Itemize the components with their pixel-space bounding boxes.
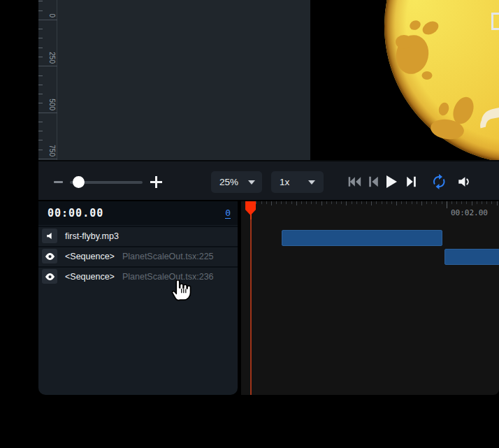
- preview-canvas-background: [57, 0, 310, 160]
- timeline-clip[interactable]: [282, 230, 442, 246]
- timeline-tick: [451, 201, 452, 204]
- track-row[interactable]: <Sequence>PlanetScaleOut.tsx:236: [38, 266, 238, 285]
- ruler-major-tick: [38, 66, 57, 66]
- play-icon: [385, 175, 398, 189]
- timeline-tick: [396, 201, 397, 205]
- next-frame-icon: [406, 175, 417, 188]
- ruler-minor-tick: [38, 10, 43, 11]
- playback-rate-value: 1x: [280, 177, 289, 187]
- ruler-minor-tick: [38, 150, 43, 150]
- composition-viewport: [310, 0, 499, 160]
- playback-rate-select[interactable]: 1x: [271, 171, 324, 193]
- track-row[interactable]: first-flyby.mp3: [38, 226, 238, 245]
- timeline-tick: [341, 201, 342, 204]
- in-out-marker-icon[interactable]: [491, 13, 499, 30]
- play-button[interactable]: [384, 174, 399, 189]
- timeline-tick: [296, 201, 297, 205]
- previous-frame-button[interactable]: [366, 174, 381, 189]
- chevron-down-icon: [248, 180, 255, 185]
- jump-to-start-button[interactable]: [347, 174, 362, 189]
- ruler-minor-tick: [38, 48, 43, 48]
- timeline-tick: [436, 201, 437, 204]
- zoom-slider-thumb[interactable]: [73, 176, 85, 188]
- timeline-tick: [486, 201, 487, 204]
- timeline-tick: [412, 201, 412, 204]
- timeline-tick: [281, 201, 282, 204]
- ruler-minor-tick: [38, 29, 43, 29]
- eye-icon[interactable]: [42, 249, 57, 263]
- speaker-icon[interactable]: [42, 229, 57, 243]
- volume-button[interactable]: [455, 174, 473, 189]
- timeline-tick: [336, 201, 337, 204]
- timeline-tick: [306, 201, 307, 204]
- ruler-minor-tick: [38, 103, 43, 103]
- planet-artwork: [310, 0, 499, 160]
- timeline-header: 00:00.00 0: [38, 201, 238, 225]
- timeline-tick: [331, 201, 332, 204]
- timeline-tick: [291, 201, 292, 204]
- timeline-tick: [497, 201, 498, 205]
- timeline-second-tick: [447, 201, 447, 208]
- timeline-tick: [406, 201, 407, 204]
- timecode-display: 00:00.00: [48, 207, 103, 219]
- timeline-tick: [256, 201, 256, 204]
- playhead-line: [250, 201, 252, 395]
- timeline-tick: [421, 201, 422, 205]
- chevron-down-icon: [308, 180, 315, 185]
- timeline-tick: [426, 201, 427, 204]
- timeline-tick: [326, 201, 327, 204]
- loop-icon: [431, 173, 447, 190]
- ruler-label: 250: [48, 52, 55, 64]
- ruler-minor-tick: [38, 1, 43, 1]
- ruler-minor-tick: [38, 38, 43, 38]
- timeline-tick: [456, 201, 457, 204]
- timeline-tick: [321, 201, 322, 205]
- ruler-label: 750: [48, 145, 55, 157]
- track-source-ref: PlanetScaleOut.tsx:225: [122, 252, 214, 261]
- timeline-tick: [477, 201, 477, 204]
- timeline-tick: [442, 201, 442, 204]
- skip-to-start-icon: [347, 175, 361, 188]
- ruler-minor-tick: [38, 85, 43, 85]
- eye-icon[interactable]: [42, 269, 57, 284]
- loop-toggle-button[interactable]: [430, 174, 448, 189]
- canvas-zoom-select[interactable]: 25%: [211, 171, 262, 193]
- timeline-clip-area: 00:02.00: [241, 201, 499, 395]
- timeline-tick: [401, 201, 402, 204]
- timeline-tick: [266, 201, 267, 204]
- timeline-tick: [346, 201, 347, 205]
- zoom-out-button[interactable]: [54, 181, 63, 183]
- timeline-tick: [491, 201, 492, 204]
- timeline-tick: [261, 201, 262, 204]
- timeline-tick: [482, 201, 482, 204]
- timeline-tick: [472, 201, 472, 205]
- volume-icon: [456, 174, 472, 189]
- ruler-time-label: 00:02.00: [451, 208, 488, 217]
- timeline-tick: [311, 201, 312, 204]
- canvas-zoom-value: 25%: [219, 177, 238, 187]
- ruler-label: 0: [48, 13, 55, 17]
- timeline-tick: [417, 201, 417, 204]
- track-row[interactable]: <Sequence>PlanetScaleOut.tsx:225: [38, 246, 238, 265]
- track-label: <Sequence>: [65, 252, 115, 261]
- frame-counter-link[interactable]: 0: [225, 208, 231, 219]
- timeline-tick: [361, 201, 362, 204]
- ruler-minor-tick: [38, 131, 43, 131]
- track-source-ref: PlanetScaleOut.tsx:236: [122, 272, 214, 282]
- track-label: <Sequence>: [65, 272, 115, 282]
- timeline-tick: [276, 201, 277, 204]
- timeline-clip[interactable]: [444, 249, 499, 265]
- app-region: 0250500750: [38, 0, 499, 395]
- timeline-tick: [352, 201, 352, 204]
- timeline-tick: [382, 201, 382, 204]
- ruler-minor-tick: [38, 57, 43, 57]
- ruler-major-tick: [38, 113, 57, 113]
- timeline-tick: [316, 201, 317, 204]
- zoom-in-button[interactable]: [150, 176, 162, 188]
- timeline-tick: [301, 201, 302, 204]
- ruler-major-tick: [38, 159, 57, 159]
- ruler-label: 500: [48, 99, 55, 110]
- timeline-tick: [461, 201, 462, 204]
- timeline-tick: [466, 201, 467, 204]
- next-frame-button[interactable]: [403, 174, 419, 189]
